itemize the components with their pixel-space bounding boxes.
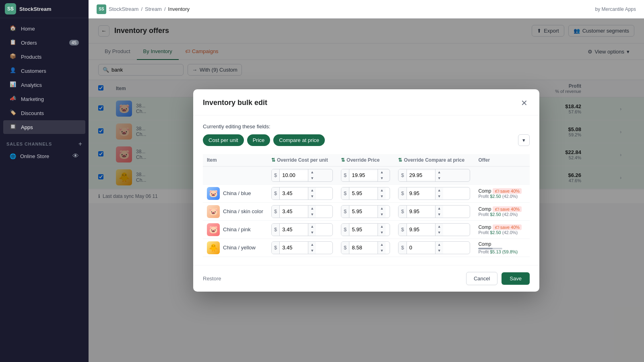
- breadcrumb-sep2: /: [164, 6, 166, 12]
- currency-symbol: $: [398, 242, 407, 254]
- save-badge: 🏷 save 40%: [493, 206, 522, 212]
- row-compare-input[interactable]: [407, 243, 435, 252]
- sidebar-item-label: Orders: [21, 40, 37, 46]
- row-compare-cell[interactable]: $ ▲▼: [394, 239, 474, 257]
- spin-down[interactable]: ▼: [436, 230, 443, 236]
- modal-footer: Restore Cancel Save: [193, 265, 539, 292]
- row-cost-cell[interactable]: $ ▲▼: [267, 202, 337, 220]
- row-compare-cell[interactable]: $ ▲▼: [394, 220, 474, 239]
- row-cost-input[interactable]: [280, 243, 308, 252]
- row-price-input[interactable]: [349, 189, 378, 198]
- field-chip-cost-per-unit[interactable]: Cost per unit: [203, 134, 244, 146]
- sidebar-item-apps[interactable]: 🔲 Apps: [3, 120, 85, 134]
- spin-up[interactable]: ▲: [436, 206, 443, 212]
- save-button[interactable]: Save: [502, 272, 530, 285]
- spin-up[interactable]: ▲: [378, 242, 386, 248]
- spin-down[interactable]: ▼: [436, 193, 443, 200]
- spin-up[interactable]: ▲: [308, 242, 316, 248]
- row-cost-cell[interactable]: $ ▲▼: [267, 220, 337, 239]
- row-price-cell[interactable]: $ ▲▼: [337, 184, 394, 202]
- th-override-cost: ⇅ Override Cost per unit: [267, 154, 337, 167]
- row-price-input[interactable]: [349, 243, 378, 252]
- spin-down[interactable]: ▼: [308, 248, 316, 254]
- spin-down[interactable]: ▼: [378, 193, 386, 200]
- modal-close-button[interactable]: ✕: [518, 97, 530, 109]
- spin-down[interactable]: ▼: [308, 193, 316, 200]
- profit-pct: (42.0%): [502, 230, 518, 235]
- row-cost-input[interactable]: [280, 225, 308, 234]
- spin-down[interactable]: ▼: [436, 212, 443, 218]
- row-price-cell[interactable]: $ ▲▼: [337, 239, 394, 257]
- global-cost-cell[interactable]: $ ▲ ▼: [267, 166, 337, 184]
- field-chips-dropdown[interactable]: ▾: [518, 134, 530, 146]
- global-cost-input[interactable]: [280, 171, 308, 180]
- spin-up[interactable]: ▲: [436, 224, 443, 230]
- breadcrumb-stream[interactable]: Stream: [145, 6, 162, 12]
- row-price-cell[interactable]: $ ▲▼: [337, 220, 394, 239]
- spin-down[interactable]: ▼: [308, 230, 316, 236]
- sidebar: SS StockStream 🏠 Home 📋 Orders 45 📦 Prod…: [0, 0, 89, 362]
- spin-up[interactable]: ▲: [436, 187, 443, 193]
- breadcrumb-stockstream[interactable]: StockStream: [109, 6, 138, 12]
- add-sales-channel-button[interactable]: +: [78, 140, 82, 148]
- spin-down[interactable]: ▼: [378, 248, 386, 254]
- row-price-input[interactable]: [349, 207, 378, 216]
- row-price-cell[interactable]: $ ▲▼: [337, 202, 394, 220]
- global-compare-cell[interactable]: $ ▲ ▼: [394, 166, 474, 184]
- item-thumbnail: 🐷: [207, 223, 220, 236]
- global-price-cell[interactable]: $ ▲ ▼: [337, 166, 394, 184]
- row-price-input[interactable]: [349, 225, 378, 234]
- spin-up[interactable]: ▲: [308, 206, 316, 212]
- spin-down[interactable]: ▼: [436, 175, 443, 181]
- apps-icon: 🔲: [10, 123, 17, 131]
- cancel-button[interactable]: Cancel: [466, 272, 497, 285]
- spin-down[interactable]: ▼: [308, 212, 316, 218]
- spin-up[interactable]: ▲: [378, 187, 386, 193]
- orders-badge: 45: [69, 40, 79, 45]
- spin-up[interactable]: ▲: [308, 224, 316, 230]
- price-spinners: ▲ ▼: [378, 169, 386, 181]
- row-compare-cell[interactable]: $ ▲▼: [394, 202, 474, 220]
- restore-link[interactable]: Restore: [203, 276, 221, 282]
- spin-down[interactable]: ▼: [308, 175, 316, 181]
- global-compare-input[interactable]: [407, 171, 435, 180]
- spin-down[interactable]: ▼: [436, 248, 443, 254]
- sidebar-item-customers[interactable]: 👤 Customers: [3, 64, 85, 78]
- sidebar-item-marketing[interactable]: 📣 Marketing: [3, 92, 85, 106]
- topbar-right: by Mercantile Apps: [595, 6, 636, 12]
- row-cost-cell[interactable]: $ ▲▼: [267, 184, 337, 202]
- spin-up[interactable]: ▲: [378, 169, 386, 175]
- spin-down[interactable]: ▼: [378, 230, 386, 236]
- sidebar-item-online-store[interactable]: 🌐 Online Store 👁: [3, 150, 85, 162]
- row-cost-input[interactable]: [280, 189, 308, 198]
- row-cost-input[interactable]: [280, 207, 308, 216]
- spin-up[interactable]: ▲: [308, 169, 316, 175]
- spin-up[interactable]: ▲: [436, 242, 443, 248]
- spin-up[interactable]: ▲: [378, 224, 386, 230]
- sidebar-item-orders[interactable]: 📋 Orders 45: [3, 36, 85, 49]
- field-chip-price[interactable]: Price: [247, 134, 270, 146]
- sidebar-header: SS StockStream: [0, 0, 89, 18]
- sidebar-item-products[interactable]: 📦 Products: [3, 50, 85, 64]
- page-content: ← Inventory offers ⬆ Export 👥 Customer s…: [89, 19, 644, 362]
- spin-down[interactable]: ▼: [378, 175, 386, 181]
- row-cost-cell[interactable]: $ ▲▼: [267, 239, 337, 257]
- spin-up[interactable]: ▲: [378, 206, 386, 212]
- spin-down[interactable]: ▼: [378, 212, 386, 218]
- modal-overlay: Inventory bulk edit ✕ Currently editing …: [89, 19, 644, 362]
- row-compare-input[interactable]: [407, 207, 435, 216]
- sidebar-item-analytics[interactable]: 📊 Analytics: [3, 78, 85, 92]
- spin-up[interactable]: ▲: [308, 187, 316, 193]
- spin-up[interactable]: ▲: [436, 169, 443, 175]
- eye-icon: 👁: [72, 152, 79, 160]
- field-chip-compare-at-price[interactable]: Compare at price: [273, 134, 325, 146]
- row-compare-input[interactable]: [407, 225, 435, 234]
- bulk-edit-table: Item ⇅ Override Cost per unit: [203, 154, 530, 257]
- global-price-input[interactable]: [349, 171, 378, 180]
- sidebar-item-home[interactable]: 🏠 Home: [3, 22, 85, 35]
- modal-header: Inventory bulk edit ✕: [193, 89, 539, 115]
- override-price-icon: ⇅: [341, 157, 345, 163]
- sidebar-item-discounts[interactable]: 🏷️ Discounts: [3, 106, 85, 120]
- row-compare-input[interactable]: [407, 189, 435, 198]
- row-compare-cell[interactable]: $ ▲▼: [394, 184, 474, 202]
